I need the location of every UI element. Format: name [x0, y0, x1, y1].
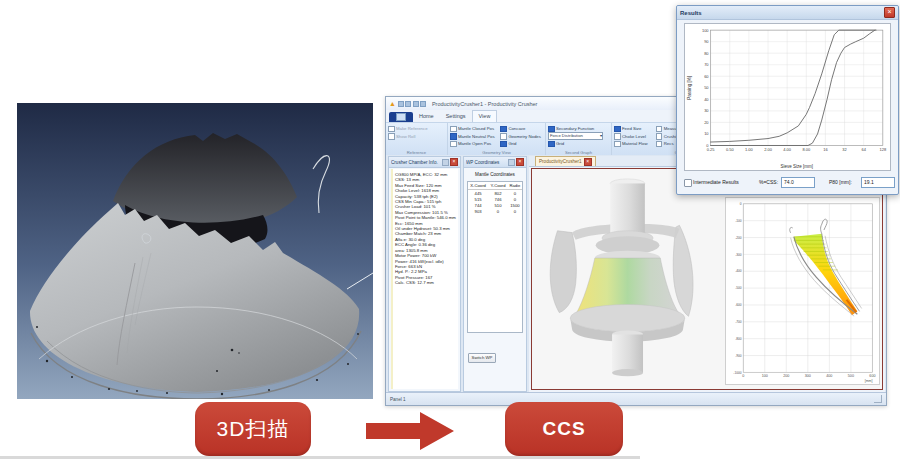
svg-text:-300: -300 — [735, 253, 742, 257]
p80-input[interactable]: 19.1 — [861, 177, 895, 188]
tab-home[interactable]: Home — [413, 111, 440, 122]
svg-text:600: 600 — [869, 374, 875, 378]
checkbox-label: Show Roll — [396, 134, 415, 139]
svg-text:500: 500 — [848, 374, 854, 378]
svg-text:40: 40 — [704, 97, 709, 102]
close-icon[interactable] — [450, 158, 458, 166]
checkbox[interactable] — [388, 133, 395, 140]
checkbox[interactable] — [450, 126, 457, 133]
quick-access-icon[interactable] — [405, 101, 411, 107]
flange — [570, 304, 685, 331]
svg-text:0.50: 0.50 — [726, 147, 735, 152]
svg-text:100: 100 — [702, 28, 709, 33]
checkbox-label: Mantle Neutral Pos — [458, 134, 495, 139]
checkbox[interactable] — [500, 133, 507, 140]
tab-view[interactable]: View — [472, 110, 498, 122]
info-line: Calc. CSS: 12.7 mm — [395, 280, 456, 285]
checkbox[interactable] — [656, 126, 663, 133]
checkbox[interactable] — [548, 126, 555, 133]
checkbox[interactable] — [450, 133, 457, 140]
ribbon-item-grid[interactable]: Grid — [548, 140, 609, 148]
file-menu-button[interactable] — [389, 112, 413, 122]
ccs-step-button[interactable]: CCS — [505, 402, 623, 456]
tab-settings[interactable]: Settings — [440, 111, 472, 122]
checkbox-label: Grid — [508, 141, 516, 146]
resize-grip[interactable] — [874, 395, 882, 403]
chamber-3d-view[interactable] — [532, 169, 723, 389]
ribbon-item-concave[interactable]: Concave — [500, 125, 543, 133]
ribbon-group-reference: Make ReferenceShow Roll Reference — [386, 123, 448, 156]
results-chart-box: 0.250.501.002.004.008.001632641280102030… — [684, 23, 891, 171]
checkbox[interactable] — [614, 126, 621, 133]
chamber-info-panel: Crusher Chamber Info. CG800 MP/A, ECC: 3… — [388, 156, 461, 392]
file-menu-icon — [396, 113, 406, 121]
svg-text:-400: -400 — [735, 270, 742, 274]
force-distribution-dropdown[interactable]: Force Distribution▾ — [548, 133, 609, 141]
svg-text:-1000: -1000 — [733, 371, 742, 375]
ribbon-item-feed-size[interactable]: Feed Size — [614, 125, 656, 133]
quick-access-icon[interactable] — [413, 101, 419, 107]
slide-canvas: ▲ ProductivityCrusher1 - Productivity Cr… — [0, 0, 900, 460]
checkbox[interactable] — [656, 141, 663, 148]
pin-icon[interactable] — [442, 159, 449, 166]
svg-text:4.00: 4.00 — [783, 147, 792, 152]
chamber-profile-chart[interactable]: 01002003004005006000-100-200-300-400-500… — [723, 169, 882, 389]
coordinates-table-header: X-CoordY-CoordRadie — [468, 182, 522, 190]
svg-text:70: 70 — [704, 62, 709, 67]
ribbon-item-make-reference[interactable]: Make Reference — [388, 125, 445, 133]
svg-text:-800: -800 — [735, 337, 742, 341]
close-icon[interactable] — [516, 158, 524, 166]
checkbox[interactable] — [614, 141, 621, 148]
quick-access-icon[interactable] — [398, 101, 404, 107]
product-curve — [711, 30, 876, 142]
ribbon-item-geometry-nodes[interactable]: Geometry Nodes — [500, 133, 543, 141]
chamber-info-header[interactable]: Crusher Chamber Info. — [389, 157, 460, 168]
concave-right-segment — [673, 225, 693, 316]
svg-text:Sieve Size [mm]: Sieve Size [mm] — [780, 164, 813, 169]
results-chart-svg: 0.250.501.002.004.008.001632641280102030… — [685, 24, 890, 170]
checkbox[interactable] — [500, 126, 507, 133]
svg-text:-900: -900 — [735, 354, 742, 358]
ribbon-item-choke-level[interactable]: Choke Level — [614, 133, 656, 141]
checkbox[interactable] — [388, 126, 395, 133]
results-titlebar[interactable]: Results — [677, 6, 898, 20]
svg-text:Passing [%]: Passing [%] — [687, 76, 692, 100]
svg-text:20: 20 — [704, 120, 709, 125]
svg-text:64: 64 — [861, 147, 866, 152]
checkbox[interactable] — [500, 141, 507, 148]
intermediate-results-label: Intermediate Results — [693, 179, 739, 185]
checkbox[interactable] — [614, 133, 621, 140]
svg-text:[mm]: [mm] — [865, 379, 873, 383]
results-window: Results 0.250.501.002.004.008.0016326412… — [676, 5, 899, 195]
results-footer: Intermediate Results %=CSS: 74.0 P80 [mm… — [677, 176, 898, 190]
pin-icon[interactable] — [508, 159, 515, 166]
ribbon-item-mantle-closed-pos[interactable]: Mantle Closed Pos — [450, 125, 500, 133]
scan-step-button[interactable]: 3D扫描 — [195, 402, 311, 456]
document-frame: 01002003004005006000-100-200-300-400-500… — [531, 168, 883, 390]
ribbon-item-mantle-neutral-pos[interactable]: Mantle Neutral Pos — [450, 133, 500, 141]
status-text: Panel 1 — [390, 397, 874, 402]
quick-access-icon[interactable] — [420, 101, 426, 107]
ribbon-item-grid[interactable]: Grid — [500, 140, 543, 148]
document-tab[interactable]: ProductivityCrusher1 — [535, 156, 596, 166]
switch-wp-button[interactable]: Switch WP — [468, 353, 496, 363]
dropdown-value: Force Distribution — [550, 133, 583, 139]
ribbon-item-mantle-open-pos[interactable]: Mantle Open Pos — [450, 140, 500, 148]
svg-text:-200: -200 — [735, 236, 742, 240]
svg-text:2.00: 2.00 — [764, 147, 773, 152]
checkbox[interactable] — [450, 141, 457, 148]
wp-coordinates-header[interactable]: WP Coordinates — [464, 157, 526, 168]
ribbon-item-show-roll[interactable]: Show Roll — [388, 133, 445, 141]
wp-coordinates-panel: WP Coordinates Mantle Coordinates X-Coor… — [463, 156, 527, 392]
close-icon[interactable] — [584, 158, 592, 166]
close-icon[interactable] — [884, 7, 895, 18]
ribbon-item-material-flow[interactable]: Material Flow — [614, 140, 656, 148]
checkbox[interactable] — [656, 133, 663, 140]
column-header: X-Coord — [468, 182, 488, 190]
intermediate-results-checkbox[interactable] — [684, 179, 692, 187]
css-percent-input[interactable]: 74.0 — [781, 177, 815, 188]
svg-text:-600: -600 — [735, 303, 742, 307]
checkbox[interactable] — [548, 141, 555, 148]
coordinates-table: X-CoordY-CoordRadie 44580205157460744510… — [468, 182, 522, 214]
svg-text:90: 90 — [704, 39, 709, 44]
